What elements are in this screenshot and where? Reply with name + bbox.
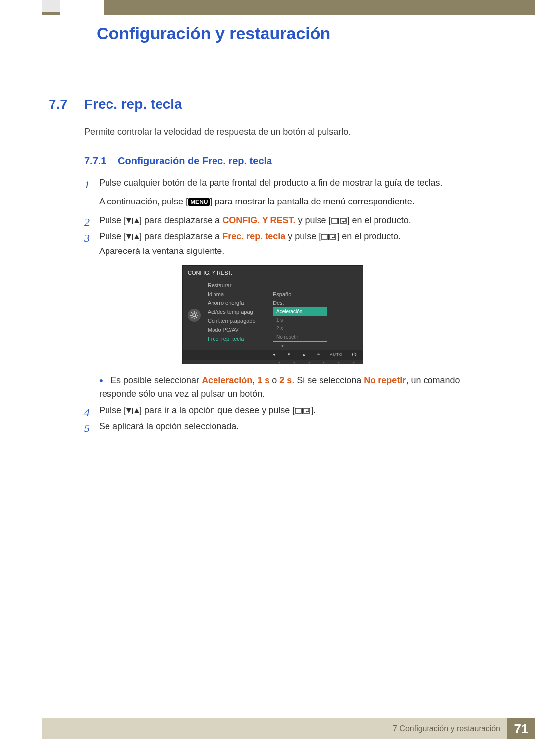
- svg-line-19: [191, 312, 192, 313]
- osd-value: Español: [273, 290, 360, 299]
- osd-footer-buttons: ◂ ▾ ▴ ↵ AUTO ⏻: [183, 350, 363, 360]
- rect-enter-icon: [295, 405, 311, 418]
- text-fragment: Pulse [: [99, 231, 126, 241]
- svg-point-14: [193, 314, 196, 317]
- osd-value: Des.: [273, 299, 360, 307]
- highlight-no-repetir: No repetir: [364, 375, 406, 385]
- osd-up-icon: ▴: [300, 352, 308, 358]
- osd-enter-icon: ↵: [315, 352, 323, 358]
- section-number: 7.7: [49, 94, 68, 115]
- osd-label: Idioma: [208, 290, 267, 299]
- osd-down-icon: ▾: [285, 352, 293, 358]
- rect-enter-icon: [331, 215, 347, 228]
- svg-marker-7: [126, 234, 131, 239]
- svg-marker-23: [126, 408, 131, 413]
- svg-marker-2: [134, 218, 139, 223]
- osd-title: CONFIG. Y REST.: [183, 266, 363, 279]
- svg-line-20: [196, 317, 197, 318]
- svg-rect-10: [321, 234, 327, 239]
- footer-chapter-label: 7 Configuración y restauración: [393, 723, 500, 735]
- text-fragment: A continuación, pulse [: [99, 197, 188, 206]
- step-4-text: Pulse [] para ir a la opción que desee y…: [99, 404, 490, 418]
- osd-label: Modo PC/AV: [208, 326, 267, 334]
- svg-marker-0: [126, 218, 131, 223]
- step-3-text: Pulse [] para desplazarse a Frec. rep. t…: [99, 230, 490, 244]
- text-fragment: Pulse [: [99, 405, 126, 415]
- header-band-decor: [104, 0, 535, 15]
- step-number-5: 5: [84, 420, 90, 436]
- text-fragment: y pulse [: [296, 215, 331, 225]
- text-fragment: ].: [311, 405, 316, 415]
- section-intro: Permite controlar la velocidad de respue…: [84, 125, 351, 139]
- svg-rect-27: [302, 408, 303, 414]
- svg-marker-6: [342, 221, 344, 223]
- osd-auto-label: AUTO: [330, 352, 343, 358]
- rect-enter-icon: [321, 231, 337, 244]
- text-fragment: ] en el producto.: [347, 215, 411, 225]
- osd-power-icon: ⏻: [350, 352, 358, 358]
- chapter-title: Configuración y restauración: [97, 21, 330, 46]
- text-fragment: o: [269, 375, 279, 385]
- osd-option: 2 s: [273, 324, 327, 333]
- section-title: Frec. rep. tecla: [84, 94, 182, 115]
- osd-label-selected: Frec. rep. tecla: [208, 335, 267, 343]
- osd-menu-list: Restaurar Idioma:Español Ahorro energía:…: [206, 281, 363, 350]
- step-5-text: Se aplicará la opción seleccionada.: [99, 420, 490, 433]
- text-fragment: ,: [252, 375, 257, 385]
- step-3-text-b: Aparecerá la ventana siguiente.: [99, 245, 490, 258]
- svg-marker-13: [332, 237, 333, 239]
- text-fragment: ] para ir a la opción que desee y pulse …: [139, 405, 295, 415]
- step-number-4: 4: [84, 404, 90, 420]
- gear-icon: [188, 309, 201, 322]
- highlight-frec-rep: Frec. rep. tecla: [222, 231, 285, 241]
- osd-label: Restaurar: [208, 281, 267, 290]
- note-bullet: • Es posible seleccionar Aceleración, 1 …: [99, 374, 490, 401]
- osd-label: Ahorro energía: [208, 299, 267, 307]
- text-fragment: . Si se selecciona: [292, 375, 364, 385]
- svg-rect-11: [328, 234, 329, 240]
- osd-back-icon: ◂: [270, 352, 278, 358]
- osd-row-restaurar: Restaurar: [206, 281, 360, 290]
- bullet-icon: •: [99, 377, 108, 384]
- osd-option: No repetir: [273, 333, 327, 341]
- osd-label: Conf.temp.apagado: [208, 317, 267, 325]
- step-number-3: 3: [84, 230, 90, 246]
- text-fragment: ] para desplazarse a: [139, 215, 222, 225]
- svg-marker-29: [306, 411, 307, 413]
- subsection-number: 7.7.1: [84, 153, 106, 168]
- svg-line-21: [191, 317, 192, 318]
- up-down-icon: [126, 215, 139, 228]
- osd-footer-markers: ▾▾▾▾▾▾: [183, 360, 363, 364]
- text-fragment: ] en el producto.: [337, 231, 401, 241]
- highlight-config-rest: CONFIG. Y REST.: [222, 215, 295, 225]
- footer-page-number: 71: [507, 718, 535, 739]
- highlight-2s: 2 s: [279, 375, 292, 385]
- text-fragment: Pulse [: [99, 215, 126, 225]
- osd-options-popup: Aceleración 1 s 2 s No repetir: [273, 307, 327, 342]
- svg-rect-26: [295, 408, 301, 413]
- page-footer: 7 Configuración y restauración 71: [42, 718, 535, 739]
- step-2-text: Pulse [] para desplazarse a CONFIG. Y RE…: [99, 214, 490, 228]
- step-1-text-b: A continuación, pulse [MENU] para mostra…: [99, 195, 490, 208]
- osd-row-idioma: Idioma:Español: [206, 290, 360, 299]
- up-down-icon: [126, 405, 139, 418]
- svg-rect-8: [132, 234, 133, 240]
- text-fragment: ] para mostrar la pantalla de menú corre…: [210, 197, 414, 206]
- osd-screenshot: CONFIG. Y REST. Restaurar Idioma:Español…: [182, 265, 363, 364]
- subsection-title: Configuración de Frec. rep. tecla: [118, 153, 272, 168]
- svg-line-22: [196, 312, 197, 313]
- step-number-1: 1: [84, 176, 90, 193]
- highlight-1s: 1 s: [257, 375, 269, 385]
- text-fragment: ] para desplazarse a: [139, 231, 222, 241]
- osd-option-selected: Aceleración: [273, 307, 327, 316]
- header-tab-decor: [42, 0, 60, 15]
- svg-rect-1: [132, 218, 133, 224]
- osd-option: 1 s: [273, 316, 327, 324]
- up-down-icon: [126, 231, 139, 244]
- highlight-aceleracion: Aceleración: [202, 375, 252, 385]
- step-1-text-a: Pulse cualquier botón de la parte fronta…: [99, 176, 490, 190]
- svg-marker-9: [134, 234, 139, 239]
- svg-marker-25: [134, 408, 139, 413]
- svg-rect-4: [338, 218, 339, 224]
- text-fragment: Es posible seleccionar: [110, 375, 202, 385]
